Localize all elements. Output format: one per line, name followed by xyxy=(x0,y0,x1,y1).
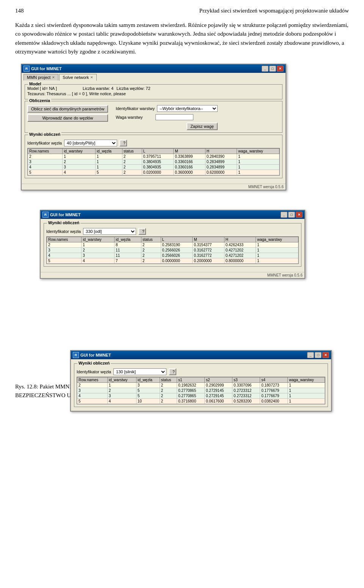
win1-idwezla-label: Identyfikator węzła xyxy=(27,141,62,145)
win1-titlebar: R GUI for MMNET _ □ ✕ xyxy=(22,64,286,73)
win1-tab-solvenetwork-label: Solve network xyxy=(63,75,89,80)
win1-maximize-btn[interactable]: □ xyxy=(269,66,276,72)
win2-idwezla-label: Identyfikator węzła xyxy=(46,229,81,234)
win2-col-idwarstwy: id_warstwy xyxy=(82,237,115,242)
win3-col-idwarstwy: id_warstwy xyxy=(107,377,136,383)
win3-icon: R xyxy=(73,352,79,358)
win2-col-H: H xyxy=(224,237,256,242)
win3-minimize-btn[interactable]: _ xyxy=(307,352,314,358)
win1-close-btn[interactable]: ✕ xyxy=(277,66,284,72)
win2-wyniki-label: Wyniki obliczeń xyxy=(47,220,80,225)
table-row: 21320.19826320.29029990.33070960.1807273… xyxy=(77,383,325,388)
win3-idwezla-label: Identyfikator węzła xyxy=(77,369,111,374)
win2-col-M: M xyxy=(193,237,224,242)
table-row: 541020.37168000.06176000.52832000.038240… xyxy=(77,399,325,404)
win3-col-status: status xyxy=(160,377,177,383)
win2-minimize-btn[interactable]: _ xyxy=(281,212,287,218)
win1-tab-mmnproject[interactable]: MMN project ✕ xyxy=(24,74,58,80)
win3-wyniki-group: Wyniki obliczeń Identyfikator węzła 130 … xyxy=(74,363,328,407)
table-row: 21120.37957110.33638990.28403901 xyxy=(28,154,279,159)
win2-idwezla-select[interactable]: 330 [odl] xyxy=(83,228,136,235)
win2-icon: R xyxy=(42,212,49,218)
win1-controls[interactable]: _ □ ✕ xyxy=(262,66,284,72)
win2-title-left: R GUI for MMNET xyxy=(42,212,81,218)
win3-close-btn[interactable]: ✕ xyxy=(322,352,329,358)
win3-identyfikator-row: Identyfikator węzła 130 [silnik] ? xyxy=(77,368,325,375)
win1-tab-solvenetwork[interactable]: Solve network ✕ xyxy=(59,74,97,81)
table-row: 43120.38049350.33601660.28348991 xyxy=(28,165,279,170)
win1-wyniki-group: Wyniki obliczeń Identyfikator węzła 40 [… xyxy=(25,135,282,178)
win3-table-wrapper: Row.names id_warstwy id_węzła status s1 … xyxy=(77,377,325,404)
win2-titlebar: R GUI for MMNET _ □ ✕ xyxy=(41,211,304,219)
win1-minimize-btn[interactable]: _ xyxy=(262,66,268,72)
win2-col-status: status xyxy=(141,237,161,242)
identyfikator-warstwy-select[interactable]: --Wybór identyfikatora-- xyxy=(157,105,218,112)
win2-identyfikator-row: Identyfikator węzła 330 [odl] ? xyxy=(46,228,299,235)
win1-idwezla-select[interactable]: 40 [obrotyPWy] xyxy=(64,140,117,146)
window-front: R GUI for MMNET _ □ ✕ Wyniki obliczeń Id… xyxy=(70,350,332,412)
win1-tezaurus: Tezaurus: Thesaurus ... [ id = 0 ], Writ… xyxy=(27,91,126,96)
win3-result-table: Row.names id_warstwy id_węzła status s1 … xyxy=(77,377,325,404)
win1-result-table: Row.names id_warstwy id_węzła status L M… xyxy=(28,148,279,175)
win3-col-s1: s1 xyxy=(177,377,204,383)
win3-title-text: GUI for MMNET xyxy=(80,353,111,357)
wprowadz-dane-btn[interactable]: Wprowadź dane do węzłów xyxy=(27,114,108,122)
body-text: Każda z sieci stwierdzeń dysponowała tak… xyxy=(15,21,349,56)
zapisz-wage-btn[interactable]: Zapisz wagę xyxy=(187,123,218,130)
win1-liczba-warstw: Liczba warstw: 4 xyxy=(83,86,113,91)
table-row: 32120.38049350.33601660.28348991 xyxy=(28,159,279,165)
win2-col-idwezla: id_węzła xyxy=(115,237,141,242)
win3-title-left: R GUI for MMNET xyxy=(73,352,111,358)
win1-obliczenia-label: Obliczenia xyxy=(28,98,51,103)
win1-title-left: R GUI for MMNET xyxy=(24,66,62,72)
win1-identyfikator-row: Identyfikator węzła 40 [obrotyPWy] ? xyxy=(27,140,280,146)
win1-question-btn[interactable]: ? xyxy=(119,140,127,146)
win2-close-btn[interactable]: ✕ xyxy=(296,212,303,218)
win1-model-id: Model [ id= NA ] xyxy=(27,86,57,91)
table-row: 21820.25831900.31543770.42624331 xyxy=(47,242,298,248)
win1-obliczenia-group: Obliczenia Oblicz sieć dla domyślnych pa… xyxy=(25,101,282,133)
win3-maximize-btn[interactable]: □ xyxy=(315,352,322,358)
table-row: 321120.25660260.31627720.42712021 xyxy=(47,248,298,253)
win3-col-waga: waga_warstwy xyxy=(288,377,325,383)
win3-question-btn[interactable]: ? xyxy=(169,368,176,375)
win1-tezaurus-row: Tezaurus: Thesaurus ... [ id = 0 ], Writ… xyxy=(27,91,280,96)
win2-maximize-btn[interactable]: □ xyxy=(288,212,295,218)
win1-model-label: Model xyxy=(28,82,42,86)
win2-col-L: L xyxy=(161,237,193,242)
win3-idwezla-select[interactable]: 130 [silnik] xyxy=(113,368,166,375)
win2-col-rownames: Row.names xyxy=(47,237,82,242)
win2-controls[interactable]: _ □ ✕ xyxy=(281,212,303,218)
win2-body: Wyniki obliczeń Identyfikator węzła 330 … xyxy=(41,219,304,270)
win1-col-H: H xyxy=(205,149,237,154)
win3-col-s3: s3 xyxy=(232,377,260,383)
win1-col-M: M xyxy=(174,149,206,154)
win2-wyniki-group: Wyniki obliczeń Identyfikator węzła 330 … xyxy=(44,223,301,267)
oblicz-default-btn[interactable]: Oblicz sieć dla domyślnych parametrów xyxy=(27,105,108,113)
win3-col-idwezla: id_węzła xyxy=(136,377,160,383)
win1-model-row1: Model [ id= NA ] Liczba warstw: 4 Liczba… xyxy=(27,86,280,91)
window-main: R GUI for MMNET _ □ ✕ MMN project ✕ Solv… xyxy=(21,64,286,190)
win1-tab-solvenetwork-close[interactable]: ✕ xyxy=(90,75,93,79)
win1-col-rownames: Row.names xyxy=(28,149,63,154)
win1-model-group: Model Model [ id= NA ] Liczba warstw: 4 … xyxy=(25,84,282,99)
table-row: 54720.00000000.20000000.80000001 xyxy=(47,258,298,264)
waga-warstwy-input[interactable] xyxy=(155,114,193,120)
win2-table-wrapper: Row.names id_warstwy id_węzła status L M… xyxy=(46,236,299,264)
page-title: Przykład sieci stwierdzeń wspomagającej … xyxy=(199,8,349,14)
win1-footer: MMNET wersja 0.5.6 xyxy=(22,184,286,190)
win2-question-btn[interactable]: ? xyxy=(138,228,146,235)
page-number: 148 xyxy=(15,8,24,14)
win1-col-idwarstwy: id_warstwy xyxy=(63,149,96,154)
table-row: 32520.27708650.27291450.27233120.1776679… xyxy=(77,388,325,393)
win3-body: Wyniki obliczeń Identyfikator węzła 130 … xyxy=(71,359,331,411)
windows-area: R GUI for MMNET _ □ ✕ MMN project ✕ Solv… xyxy=(15,64,349,375)
table-row: 43520.27708650.27291450.27233120.1776679… xyxy=(77,393,325,399)
win1-tab-mmnproject-label: MMN project xyxy=(27,75,50,80)
win3-controls[interactable]: _ □ ✕ xyxy=(307,352,329,358)
win1-table-wrapper: Row.names id_warstwy id_węzła status L M… xyxy=(27,148,280,176)
win3-col-rownames: Row.names xyxy=(77,377,108,383)
win1-col-L: L xyxy=(142,149,174,154)
win2-result-table: Row.names id_warstwy id_węzła status L M… xyxy=(47,237,298,264)
win1-tab-mmnproject-close[interactable]: ✕ xyxy=(52,75,55,79)
